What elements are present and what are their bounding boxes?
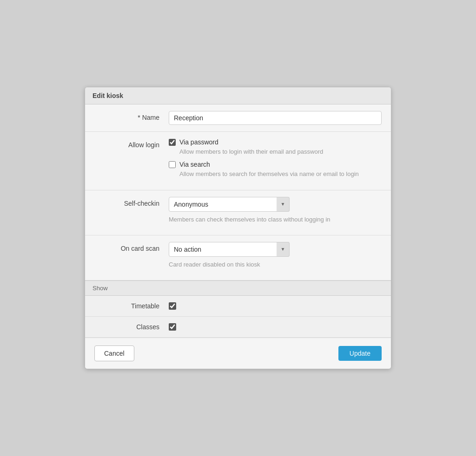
on-card-scan-label: On card scan	[94, 242, 169, 252]
on-card-scan-content: No action Check in ▼ Card reader disable…	[169, 242, 382, 274]
allow-login-content: Via password Allow members to login with…	[169, 138, 382, 183]
via-password-label[interactable]: Via password	[179, 138, 218, 146]
allow-login-label: Allow login	[94, 138, 169, 149]
self-checkin-select-wrapper: Anonymous Logged in ▼	[169, 197, 290, 212]
on-card-scan-row: On card scan No action Check in ▼ Card r…	[85, 235, 391, 280]
classes-checkbox[interactable]	[169, 323, 176, 331]
edit-kiosk-dialog: Edit kiosk * Name Reception Allow login …	[85, 87, 391, 369]
name-label: * Name	[94, 111, 169, 121]
update-button[interactable]: Update	[338, 346, 382, 361]
dialog-footer: Cancel Update	[85, 338, 391, 369]
via-password-hint: Allow members to login with their email …	[179, 148, 382, 156]
self-checkin-select[interactable]: Anonymous Logged in	[169, 197, 290, 212]
cancel-button[interactable]: Cancel	[94, 345, 134, 361]
show-section-header: Show	[85, 280, 391, 296]
on-card-scan-hint: Card reader disabled on this kiosk	[169, 261, 382, 269]
classes-label: Classes	[94, 323, 169, 331]
self-checkin-label: Self-checkin	[94, 197, 169, 207]
timetable-label: Timetable	[94, 302, 169, 310]
on-card-scan-select-wrapper: No action Check in ▼	[169, 242, 290, 257]
allow-login-row: Allow login Via password Allow members t…	[85, 132, 391, 190]
via-password-row: Via password	[169, 138, 382, 146]
self-checkin-hint: Members can check themselves into class …	[169, 215, 382, 224]
dialog-title: Edit kiosk	[85, 87, 391, 104]
self-checkin-row: Self-checkin Anonymous Logged in ▼ Membe…	[85, 190, 391, 235]
via-search-row: Via search	[169, 161, 382, 168]
timetable-row: Timetable	[85, 296, 391, 317]
name-input[interactable]: Reception	[169, 111, 382, 125]
on-card-scan-select[interactable]: No action Check in	[169, 242, 290, 257]
form-section: * Name Reception Allow login Via passwor…	[85, 104, 391, 280]
via-search-label[interactable]: Via search	[179, 161, 210, 168]
via-password-checkbox[interactable]	[169, 139, 176, 146]
name-row: * Name Reception	[85, 104, 391, 132]
timetable-checkbox[interactable]	[169, 302, 176, 310]
self-checkin-content: Anonymous Logged in ▼ Members can check …	[169, 197, 382, 228]
name-content: Reception	[169, 111, 382, 125]
via-search-checkbox[interactable]	[169, 161, 176, 168]
classes-row: Classes	[85, 317, 391, 338]
via-search-hint: Allow members to search for themselves v…	[179, 170, 382, 178]
